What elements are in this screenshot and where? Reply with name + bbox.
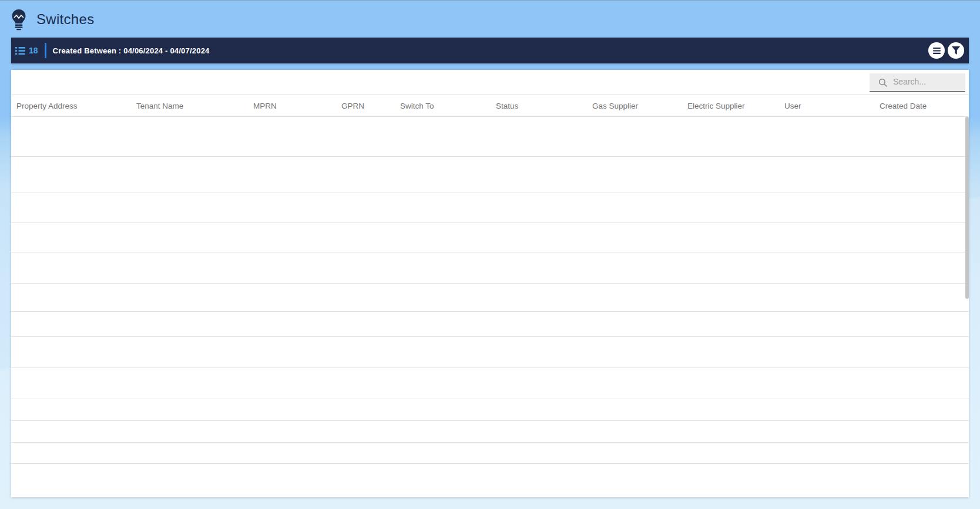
table-header: Property Address Tenant Name MPRN GPRN S… (11, 95, 969, 117)
column-header-switch-to[interactable]: Switch To (400, 95, 434, 116)
table-row[interactable] (11, 223, 969, 252)
scrollbar-thumb[interactable] (965, 117, 969, 299)
table-row[interactable] (11, 399, 969, 421)
table-row[interactable] (11, 157, 969, 193)
table-row[interactable] (11, 284, 969, 312)
toolbar-separator (45, 43, 46, 58)
table-row[interactable] (11, 443, 969, 464)
titlebar: Switches (0, 1, 980, 38)
column-header-mprn[interactable]: MPRN (253, 95, 277, 116)
lightbulb-icon (11, 9, 26, 31)
table-row[interactable] (11, 464, 969, 497)
list-icon (15, 46, 25, 55)
record-count-group: 18 (15, 46, 38, 55)
record-count: 18 (29, 46, 38, 55)
search-box (870, 73, 965, 92)
table-body (11, 117, 969, 497)
column-header-electric-supplier[interactable]: Electric Supplier (687, 95, 745, 116)
search-row (11, 70, 969, 95)
menu-icon (933, 48, 941, 54)
toolbar: 18 Created Between : 04/06/2024 - 04/07/… (11, 38, 969, 63)
table-row[interactable] (11, 252, 969, 284)
menu-button[interactable] (928, 42, 945, 59)
page-title: Switches (36, 11, 94, 28)
column-header-gprn[interactable]: GPRN (341, 95, 364, 116)
toolbar-actions (928, 42, 964, 59)
filter-button[interactable] (948, 42, 964, 59)
filter-icon (952, 46, 960, 55)
column-header-created-date[interactable]: Created Date (880, 95, 927, 116)
table-row[interactable] (11, 193, 969, 223)
column-header-tenant-name[interactable]: Tenant Name (136, 95, 183, 116)
table-row[interactable] (11, 337, 969, 368)
column-header-gas-supplier[interactable]: Gas Supplier (592, 95, 638, 116)
column-header-property-address[interactable]: Property Address (16, 95, 78, 116)
table-row[interactable] (11, 368, 969, 399)
column-header-user[interactable]: User (784, 95, 801, 116)
table-row[interactable] (11, 117, 969, 157)
column-header-status[interactable]: Status (496, 95, 518, 116)
search-icon (878, 78, 888, 87)
table-row[interactable] (11, 421, 969, 443)
content-panel: Property Address Tenant Name MPRN GPRN S… (11, 70, 969, 497)
filter-summary: Created Between : 04/06/2024 - 04/07/202… (53, 46, 210, 55)
table-row[interactable] (11, 312, 969, 337)
